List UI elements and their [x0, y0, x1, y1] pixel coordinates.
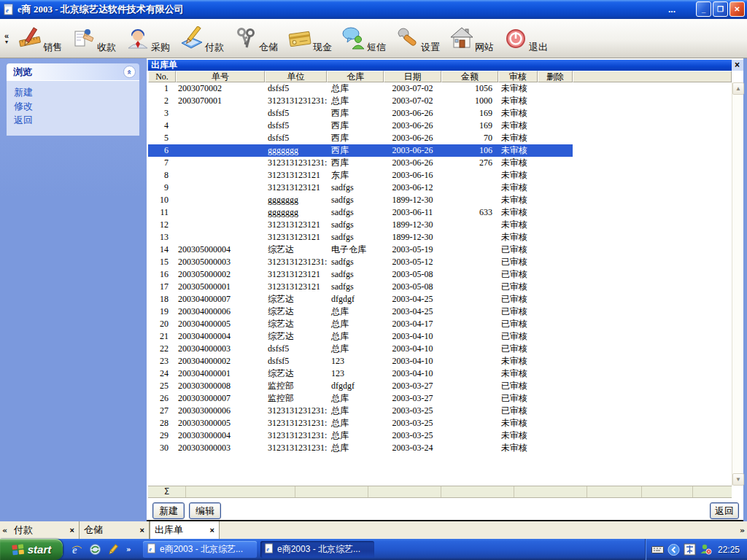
table-row-selected[interactable]: 6ggggggg西库2003-06-26106未审核	[148, 144, 573, 157]
table-row[interactable]: 12003070002dsfsf5总库2003-07-021056未审核	[148, 82, 573, 95]
cell-7	[538, 368, 573, 380]
sidebar-item-new[interactable]: 新建	[14, 85, 139, 99]
table-row[interactable]: 11gggggggsadfgs2003-06-11633未审核	[148, 206, 573, 219]
edit-button[interactable]: 编辑	[189, 502, 221, 519]
table-row[interactable]: 25200303000008监控部dfgdgf2003-03-27已审核	[148, 380, 573, 392]
table-row[interactable]: 20200304000005综艺达总库2003-04-17已审核	[148, 318, 573, 330]
column-header-4[interactable]: 日期	[384, 71, 441, 82]
return-button[interactable]: 返回	[710, 502, 739, 519]
column-header-6[interactable]: 审核	[498, 71, 538, 82]
table-row[interactable]: 26200303000007监控部总库2003-03-27已审核	[148, 392, 573, 405]
collapse-panel-button[interactable]: «	[123, 66, 136, 78]
table-row[interactable]: 17200305000001312313123121sadfgs2003-05-…	[148, 281, 573, 293]
table-row[interactable]: 12312313123121sadfgs1899-12-30未审核	[148, 219, 573, 231]
toolbar-button-sales[interactable]: 销售	[16, 26, 63, 53]
scroll-down-button[interactable]: ▼	[732, 473, 744, 486]
table-row[interactable]: 22200304000003dsfsf5总库2003-04-10已审核	[148, 343, 573, 355]
table-row[interactable]: 13312313123121sadfgs1899-12-30未审核	[148, 231, 573, 244]
quick-launch-overflow-icon[interactable]: »	[126, 545, 131, 553]
tabs-scroll-left-icon[interactable]: «	[0, 521, 9, 539]
table-row[interactable]: 5dsfsf5西库2003-06-2670未审核	[148, 132, 573, 144]
start-button[interactable]: start	[0, 539, 63, 560]
tab-close-icon[interactable]: ×	[137, 526, 144, 534]
toolbar-button-settings[interactable]: 设置	[394, 26, 441, 53]
sidebar-item-return[interactable]: 返回	[14, 113, 139, 127]
table-row[interactable]: 14200305000004综艺达电子仓库2003-05-19已审核	[148, 244, 573, 256]
sidebar-item-modify[interactable]: 修改	[14, 99, 139, 113]
table-row[interactable]: 9312313123121sadfgs2003-06-12未审核	[148, 182, 573, 194]
minimize-button[interactable]: _	[696, 1, 711, 17]
windows-update-icon[interactable]	[88, 543, 101, 556]
ie-icon[interactable]: e	[70, 543, 83, 556]
table-row[interactable]: 16200305000002312313123121sadfgs2003-05-…	[148, 268, 573, 281]
cell-0: 23	[148, 355, 176, 368]
toolbar-button-cash[interactable]: 现金	[286, 26, 333, 53]
table-row[interactable]: 73123131231231:西库2003-06-26276未审核	[148, 157, 573, 169]
column-header-0[interactable]: No.	[148, 71, 176, 82]
toolbar-button-purchase[interactable]: 采购	[124, 26, 171, 53]
column-header-2[interactable]: 单位	[265, 71, 327, 82]
taskbar-window-button[interactable]: ee商2003 - 北京综艺...	[260, 541, 374, 558]
column-header-1[interactable]: 单号	[176, 71, 265, 82]
cell-1: 200303000003	[176, 442, 265, 454]
tab-close-icon[interactable]: ×	[207, 526, 214, 534]
table-row[interactable]: 21200304000004综艺达总库2003-04-10已审核	[148, 330, 573, 343]
table-row[interactable]: 282003030000053123131231231:总库2003-03-25…	[148, 417, 573, 429]
scroll-up-button[interactable]: ▲	[732, 82, 744, 95]
table-row[interactable]: 18200304000007综艺达dfgdgf2003-04-25已审核	[148, 293, 573, 306]
taskbar-windows: ee商2003 - 北京综艺...ee商2003 - 北京综艺...	[143, 541, 374, 558]
cell-4: 2003-06-12	[384, 182, 441, 194]
toolbar-button-payment[interactable]: 付款	[178, 26, 225, 53]
column-header-7[interactable]: 删除	[538, 71, 573, 82]
cell-6: 已审核	[498, 306, 538, 318]
tabs-scroll-right-icon[interactable]: »	[740, 521, 745, 539]
table-row[interactable]: 302003030000033123131231231:总库2003-03-24…	[148, 442, 573, 454]
tab-payment[interactable]: 付款×	[9, 521, 80, 539]
table-row[interactable]: 4dsfsf5西库2003-06-26169未审核	[148, 120, 573, 132]
table-row[interactable]: 292003030000043123131231231:总库2003-03-25…	[148, 429, 573, 442]
cell-3: sadfgs	[327, 194, 384, 206]
table-row[interactable]: 10gggggggsadfgs1899-12-30未审核	[148, 194, 573, 206]
browse-panel: 浏览 « 新建修改返回	[7, 63, 139, 136]
table-row[interactable]: 272003030000063123131231231:总库2003-03-25…	[148, 405, 573, 417]
cell-7	[538, 132, 573, 144]
cell-3: 总库	[327, 343, 384, 355]
column-header-3[interactable]: 仓库	[327, 71, 384, 82]
toolbar-button-exit[interactable]: 退出	[502, 26, 549, 53]
pen-icon[interactable]	[107, 543, 120, 556]
table-row[interactable]: 152003050000033123131231231:sadfgs2003-0…	[148, 256, 573, 268]
vertical-scrollbar[interactable]: ▲ ▼	[732, 82, 743, 486]
table-row[interactable]: 23200304000002dsfsf51232003-04-10未审核	[148, 355, 573, 368]
tab-outbound-order[interactable]: 出库单×	[150, 521, 220, 539]
table-row[interactable]: 8312313123121东库2003-06-16未审核	[148, 169, 573, 182]
cell-5	[441, 293, 498, 306]
toolbar-button-label: 退出	[529, 42, 548, 52]
toolbar-button-website[interactable]: 网站	[448, 26, 495, 53]
cell-4: 2003-05-19	[384, 244, 441, 256]
column-header-5[interactable]: 金额	[441, 71, 498, 82]
table-row[interactable]: 3dsfsf5西库2003-06-26169未审核	[148, 107, 573, 120]
cell-5	[441, 306, 498, 318]
tab-warehouse[interactable]: 仓储×	[80, 521, 150, 539]
input-method-icon[interactable]	[684, 543, 696, 556]
table-row[interactable]: 24200304000001综艺达1232003-04-10未审核	[148, 368, 573, 380]
cell-0: 14	[148, 244, 176, 256]
maximize-button[interactable]: ❐	[713, 1, 728, 17]
table-row[interactable]: 220030700013123131231231:总库2003-07-02100…	[148, 95, 573, 107]
new-button[interactable]: 新建	[152, 502, 185, 519]
toolbar-button-warehouse[interactable]: 仓储	[232, 26, 279, 53]
taskbar-window-button[interactable]: ee商2003 - 北京综艺...	[143, 541, 257, 558]
close-button[interactable]: ✕	[729, 1, 745, 17]
panel-close-icon[interactable]: ×	[732, 60, 743, 71]
toolbar-button-sms[interactable]: 短信	[340, 26, 387, 53]
messenger-icon[interactable]	[700, 543, 712, 556]
cell-5	[441, 231, 498, 244]
cell-6: 已审核	[498, 330, 538, 343]
toolbar-overflow-grip[interactable]: « ▾	[0, 19, 13, 58]
cell-7	[538, 82, 573, 95]
toolbar-button-collect-payment[interactable]: 收款	[70, 26, 117, 53]
hide-icons-chevron-icon[interactable]	[667, 543, 680, 556]
table-row[interactable]: 19200304000006综艺达总库2003-04-25已审核	[148, 306, 573, 318]
tab-close-icon[interactable]: ×	[67, 526, 74, 534]
keyboard-icon[interactable]	[651, 543, 664, 556]
